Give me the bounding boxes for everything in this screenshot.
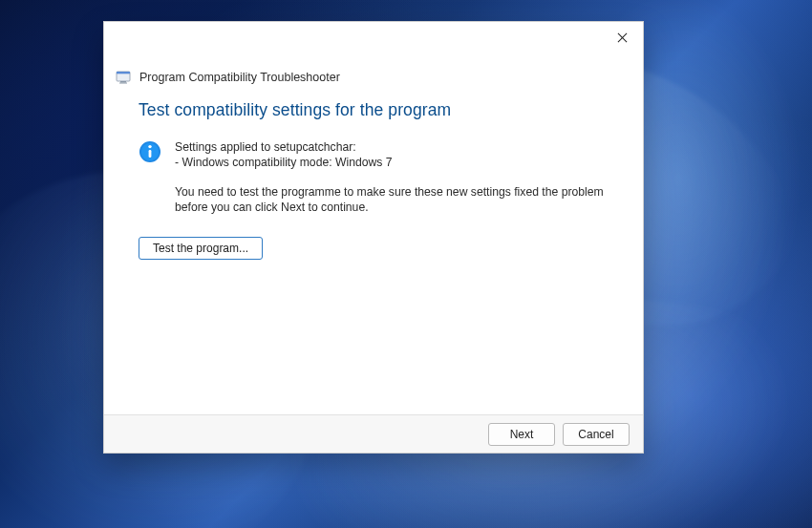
svg-rect-4 bbox=[120, 81, 126, 83]
dialog-footer: Next Cancel bbox=[104, 414, 643, 453]
info-icon bbox=[139, 140, 161, 163]
cancel-button[interactable]: Cancel bbox=[563, 423, 630, 446]
info-block: Settings applied to setupcatchchar: - Wi… bbox=[139, 139, 618, 216]
dialog-header: Program Compatibility Troubleshooter bbox=[104, 53, 643, 85]
troubleshooter-icon bbox=[116, 70, 131, 85]
svg-point-9 bbox=[148, 145, 151, 148]
close-button[interactable] bbox=[601, 22, 643, 53]
settings-applied-line: Settings applied to setupcatchchar: bbox=[175, 139, 618, 155]
close-icon bbox=[617, 32, 628, 43]
test-program-button[interactable]: Test the program... bbox=[139, 237, 263, 260]
titlebar bbox=[104, 22, 643, 53]
svg-rect-5 bbox=[119, 83, 127, 84]
page-heading: Test compatibility settings for the prog… bbox=[139, 100, 618, 120]
info-text: Settings applied to setupcatchchar: - Wi… bbox=[175, 139, 618, 216]
instruction-text: You need to test the programme to make s… bbox=[175, 184, 618, 216]
compatibility-troubleshooter-dialog: Program Compatibility Troubleshooter Tes… bbox=[103, 21, 644, 454]
svg-rect-3 bbox=[117, 72, 130, 74]
dialog-main: Test compatibility settings for the prog… bbox=[104, 85, 643, 260]
next-button[interactable]: Next bbox=[488, 423, 555, 446]
dialog-title: Program Compatibility Troubleshooter bbox=[139, 71, 340, 84]
desktop-background: Program Compatibility Troubleshooter Tes… bbox=[0, 0, 812, 528]
compat-mode-line: - Windows compatibility mode: Windows 7 bbox=[175, 155, 618, 170]
svg-rect-8 bbox=[149, 150, 152, 158]
